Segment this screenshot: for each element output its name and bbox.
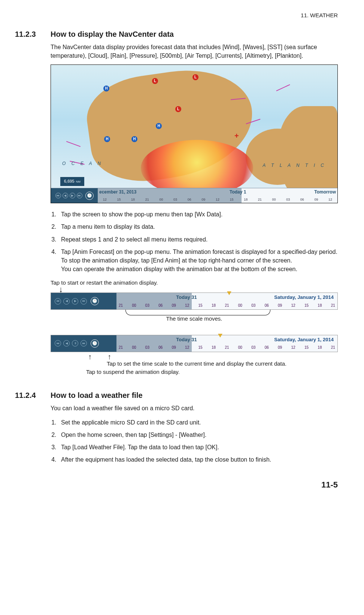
skip-end-icon[interactable]: ⏭ — [81, 298, 87, 304]
skip-start-icon[interactable]: ⏮ — [55, 340, 61, 346]
arrow-down-icon: ↓ — [59, 287, 338, 292]
timebar-today: Today 1 — [230, 189, 246, 195]
animbar-today: Today 31 — [176, 336, 197, 344]
chapter-header: 11. WEATHER — [15, 11, 338, 20]
time-marker-icon[interactable] — [227, 291, 231, 295]
animbar-ticks: 2100030609121518210003060912151821 — [116, 345, 337, 351]
pause-icon[interactable]: ⏸ — [72, 340, 78, 346]
clock-icon[interactable]: 🕒 — [91, 297, 99, 305]
timebar-date-left: ecember 31, 2013 — [99, 189, 136, 195]
skip-start-icon[interactable]: ⏮ — [55, 298, 61, 304]
clock-icon[interactable]: 🕒 — [91, 339, 99, 348]
play-icon[interactable]: ▶ — [72, 298, 78, 304]
section-heading-11-2-3: 11.2.3 How to display the NavCenter data — [15, 29, 338, 40]
prev-icon[interactable]: ◀ — [63, 298, 70, 304]
timebar-tomorrow: Tomorrow — [314, 189, 336, 195]
pressure-high-icon: H — [104, 136, 110, 142]
section-number: 11.2.4 — [15, 390, 51, 401]
step-item: Open the home screen, then tap [Settings… — [58, 430, 338, 439]
pressure-high-icon: H — [103, 86, 109, 92]
step-item: Tap a menu item to display its data. — [58, 222, 338, 231]
pressure-low-icon: L — [175, 106, 181, 112]
page-number: 11-5 — [15, 479, 338, 491]
pressure-high-icon: H — [131, 136, 137, 142]
skip-start-icon[interactable]: ⏮ — [55, 193, 61, 198]
skip-end-icon[interactable]: ⏭ — [77, 193, 82, 198]
pressure-high-icon: H — [156, 123, 162, 129]
section-number: 11.2.3 — [15, 29, 51, 40]
step-item: Tap [Load Weather File]. Tap the data to… — [58, 443, 338, 452]
cursor-plus-icon: + — [234, 130, 239, 141]
section1-steps: Tap the screen to show the pop-up menu t… — [58, 210, 338, 273]
prev-icon[interactable]: ◀ — [63, 340, 70, 346]
arrow-up-icon: ↑ — [88, 351, 92, 362]
time-marker-icon[interactable] — [218, 334, 222, 338]
map-timebar[interactable]: ⏮ ◀ ▶ ⏭ 🕒 ecember 31, 2013 Today 1 Tomor… — [51, 188, 337, 203]
arrow-up-icon: ↑ — [107, 351, 111, 362]
ocean-label: O C E A N — [62, 160, 103, 167]
section-title: How to display the NavCenter data — [51, 29, 174, 40]
animation-bar-2[interactable]: ⏮ ◀ ⏸ ⏭ 🕒 Today 31 Saturday, January 1, … — [51, 335, 338, 352]
section-intro: You can load a weather file saved on a m… — [51, 404, 338, 412]
step-item: Tap the screen to show the pop-up menu t… — [58, 210, 338, 219]
animbar-ticks: 2100030609121518210003060912151821 — [116, 303, 337, 309]
section-intro: The NavCenter data display provides fore… — [51, 43, 338, 60]
clock-icon[interactable]: 🕒 — [85, 192, 94, 200]
annotation-pause: Tap to suspend the animation display. — [86, 368, 338, 376]
scale-unit: NM — [76, 180, 81, 183]
annotation-clock: Tap to set the time scale to the current… — [107, 360, 338, 368]
scale-value: 6,695 — [64, 179, 75, 183]
animbar-saturday: Saturday, January 1, 2014 — [274, 336, 334, 344]
step-item: Set the applicable micro SD card in the … — [58, 418, 338, 427]
section2-steps: Set the applicable micro SD card in the … — [58, 418, 338, 464]
pressure-low-icon: L — [152, 78, 158, 84]
pressure-low-icon: L — [192, 74, 198, 80]
section-title: How to load a weather file — [51, 390, 143, 401]
animbar-saturday: Saturday, January 1, 2014 — [274, 294, 334, 301]
step-item: Tap [Anim Forecast] on the pop-up menu. … — [58, 248, 338, 274]
play-icon[interactable]: ▶ — [70, 193, 75, 198]
prev-icon[interactable]: ◀ — [63, 193, 68, 198]
step-item: Repeat steps 1 and 2 to select all menu … — [58, 235, 338, 244]
map-scale: 6,695NM — [60, 177, 84, 186]
step-item: After the equipment has loaded the selec… — [58, 455, 338, 464]
animation-bar-1[interactable]: ⏮ ◀ ▶ ⏭ 🕒 Today 31 Saturday, January 1, … — [51, 292, 338, 310]
navcenter-map-figure: H H H H L L L + O C E A N A T L A N T I … — [51, 64, 338, 203]
animbar-today: Today 31 — [176, 294, 197, 301]
annotation-start: Tap to start or restart the animation di… — [51, 279, 338, 287]
annotation-brace: The time scale moves. — [51, 315, 338, 323]
section-heading-11-2-4: 11.2.4 How to load a weather file — [15, 390, 338, 401]
ocean-label: A T L A N T I C — [263, 162, 326, 169]
skip-end-icon[interactable]: ⏭ — [81, 340, 87, 346]
timebar-ticks: 1215182100030609121518210003060912 — [98, 197, 337, 202]
